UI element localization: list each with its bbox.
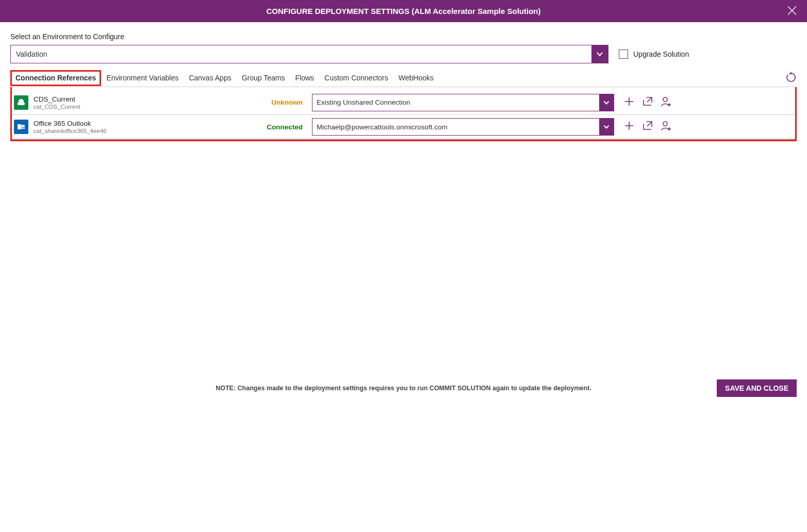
plus-icon [623,96,635,107]
save-and-close-button[interactable]: SAVE AND CLOSE [717,379,797,397]
connection-row: CDS_Current cat_CDS_Current Unknown Exis… [12,90,795,115]
open-connection-button[interactable] [642,120,653,134]
connection-status: Connected [255,123,312,131]
connection-select-value: Michaelp@powercattools.onmicrosoft.com [312,123,452,131]
connection-select-value: Existing Unshared Connection [312,98,415,106]
dialog-header: CONFIGURE DEPLOYMENT SETTINGS (ALM Accel… [0,0,807,22]
connection-subtitle: cat_sharedoffice365_4ee46 [34,128,255,134]
add-connection-button[interactable] [623,96,635,109]
refresh-icon [785,72,797,83]
connection-title: Office 365 Outlook [34,120,255,127]
svg-point-13 [663,122,667,126]
connection-select-caret[interactable] [599,119,614,135]
connection-icon-outlook [14,120,28,134]
connection-title: CDS_Current [34,95,255,103]
footer-note: NOTE: Changes made to the deployment set… [216,385,591,392]
connection-icon-cds [14,95,28,110]
svg-line-4 [647,97,652,102]
open-external-icon [642,120,653,131]
open-connection-button[interactable] [642,96,653,109]
plus-icon [623,120,635,131]
upgrade-solution-label: Upgrade Solution [633,50,689,58]
environment-select-value: Validation [11,50,52,58]
connection-select-caret[interactable] [599,94,614,111]
connection-subtitle: cat_CDS_Current [34,104,255,110]
chevron-down-icon [596,51,603,58]
connection-select[interactable]: Existing Unshared Connection [312,94,614,111]
tab-webhooks[interactable]: WebHooks [393,71,439,86]
tab-canvas-apps[interactable]: Canvas Apps [184,71,237,86]
environment-select-caret[interactable] [591,45,608,63]
environment-select[interactable]: Validation [10,45,608,63]
connection-row: Office 365 Outlook cat_sharedoffice365_4… [12,115,795,140]
svg-rect-8 [18,124,21,129]
refresh-button[interactable] [785,72,797,85]
environment-label: Select an Environment to Configure [10,32,797,41]
open-external-icon [642,96,653,107]
dataverse-icon [17,98,26,107]
tabs-bar: Connection References Environment Variab… [10,70,797,87]
chevron-down-icon [603,124,610,130]
tab-flows[interactable]: Flows [290,71,319,86]
svg-point-5 [663,97,667,102]
connection-references-panel: CDS_Current cat_CDS_Current Unknown Exis… [10,87,797,141]
add-connection-button[interactable] [623,120,635,134]
outlook-icon [17,122,26,131]
connection-select[interactable]: Michaelp@powercattools.onmicrosoft.com [312,118,614,136]
close-button[interactable] [786,5,798,18]
upgrade-solution-group: Upgrade Solution [619,49,689,59]
upgrade-solution-checkbox[interactable] [619,49,628,59]
person-add-icon [661,120,672,131]
tab-group-teams[interactable]: Group Teams [237,71,290,86]
connection-status: Unknown [255,98,312,106]
person-add-icon [661,96,672,107]
tab-custom-connectors[interactable]: Custom Connectors [319,71,393,86]
close-icon [786,5,798,16]
assign-user-button[interactable] [661,96,672,109]
footer-bar: NOTE: Changes made to the deployment set… [0,385,807,392]
assign-user-button[interactable] [661,120,672,134]
tab-connection-references[interactable]: Connection References [10,70,101,86]
dialog-title: CONFIGURE DEPLOYMENT SETTINGS (ALM Accel… [267,7,541,15]
tab-environment-variables[interactable]: Environment Variables [101,71,184,86]
chevron-down-icon [603,99,610,106]
svg-line-12 [647,122,652,126]
